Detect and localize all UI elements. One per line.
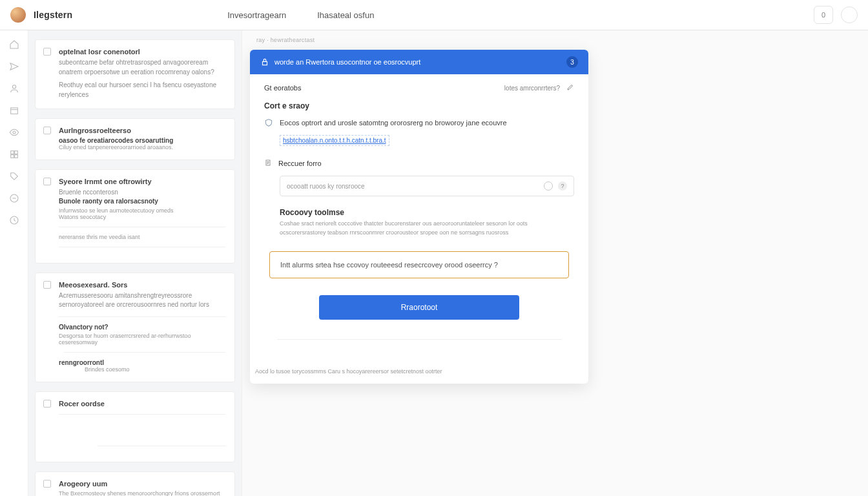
- card-small: Desgorsa tor huom oraserrcrsrered ar-rer…: [59, 333, 225, 346]
- list-card-1[interactable]: optelnat losr conenotorl subeontcame bef…: [35, 39, 235, 109]
- svg-rect-6: [14, 155, 17, 158]
- avatar[interactable]: [10, 7, 26, 23]
- list-card-6[interactable]: Arogeory uum The Bxecrnosteoy shenes men…: [35, 471, 235, 497]
- recovery-title: Rocoovy toolmse: [280, 208, 574, 217]
- panel-header-title: worde an Rwertora usocontnor oe eosrocvu…: [274, 58, 420, 66]
- list-pane: optelnat losr conenotorl subeontcame bef…: [28, 30, 242, 496]
- recovery-panel: worde an Rwertora usocontnor oe eosrocvu…: [250, 50, 588, 384]
- recovery-link[interactable]: hsbtchoalan.n.onto.t.t.h.catn.t.t.bra.t: [280, 135, 389, 146]
- topnav-item-1[interactable]: Invesortragearn: [227, 10, 286, 20]
- doc-label: Reccuer forro: [278, 160, 322, 167]
- edit-icon[interactable]: [566, 83, 574, 92]
- panel-subtitle: Gt eoratobs: [264, 84, 301, 92]
- card-small: Watons seocotacy: [59, 214, 225, 220]
- clock-icon[interactable]: [9, 215, 19, 225]
- card-small: Ciluy ened tanpenereeroorarrioed aroaano…: [59, 144, 225, 150]
- prompt-box[interactable]: Intt alurms srtea hse ccovoy routeeesd r…: [269, 251, 569, 278]
- card-line: Acremusseresooru amitanshrengtreyreossro…: [59, 291, 225, 301]
- checkbox-icon[interactable]: [43, 178, 51, 185]
- list-card-2[interactable]: Aurlngrossroelteerso oasoo fe oreatiaroc…: [35, 118, 235, 160]
- list-card-3[interactable]: Syeore Irnmt one oftrowirty Bruenle ncco…: [35, 169, 235, 264]
- card-small: Infurrwstoo se leun aurnoteotecutooy ome…: [59, 207, 225, 214]
- checkbox-icon[interactable]: [43, 127, 51, 134]
- list-card-4[interactable]: Meeosexesard. Sors Acremusseresooru amit…: [35, 273, 235, 382]
- home-icon[interactable]: [9, 39, 19, 50]
- shield-icon: [264, 118, 273, 130]
- svg-point-2: [13, 131, 16, 134]
- card-small: The Bxecrnosteoy shenes menoroorchongry …: [59, 490, 225, 497]
- card-title: optelnat losr conenotorl: [59, 48, 225, 56]
- svg-rect-5: [10, 155, 14, 158]
- card-small: nereranse thris me veedia isant: [59, 234, 225, 240]
- checkbox-icon[interactable]: [43, 281, 51, 289]
- panel-header: worde an Rwertora usocontnor oe eosrocvu…: [250, 50, 588, 74]
- primary-button[interactable]: Rraorotoot: [319, 295, 519, 320]
- section-label: Cort e sraoy: [264, 101, 574, 110]
- card-subtitle: Olvanctory not?: [59, 324, 225, 331]
- card-line: subeontcame befar ohtretrasrosped anvago…: [59, 58, 225, 68]
- list-card-5[interactable]: Rocer oordse: [35, 391, 235, 462]
- panel-footer-note: Aocd lo tusoe torycossmms Caru s hocoyar…: [250, 359, 588, 384]
- code-placeholder: ocooatt ruoos ky ronsrooce: [287, 183, 365, 190]
- panel-meta: lotes amrconrrters?: [504, 85, 560, 92]
- checkbox-icon[interactable]: [43, 400, 51, 408]
- topbar-right: 0: [814, 6, 858, 24]
- box-icon[interactable]: [9, 105, 19, 116]
- document-icon: [264, 158, 272, 169]
- send-icon[interactable]: [9, 61, 19, 72]
- checkbox-icon[interactable]: [43, 480, 51, 488]
- card-title: Rocer oordse: [59, 400, 225, 408]
- profile-ring-icon[interactable]: [841, 6, 858, 23]
- card-line: sernoroyatoreel are orcrerousoornres ned…: [59, 300, 225, 310]
- brand-label: Ilegstern: [34, 10, 72, 20]
- check-text: Eocos optrort and urosle satomtng ororos…: [280, 118, 507, 128]
- help-icon[interactable]: ?: [558, 181, 567, 191]
- svg-point-0: [12, 85, 16, 88]
- eye-icon[interactable]: [9, 127, 19, 138]
- card-title: Meeosexesard. Sors: [59, 281, 225, 289]
- card-title: Arogeory uum: [59, 480, 225, 488]
- panel-header-badge: 3: [566, 56, 578, 68]
- svg-rect-1: [10, 108, 17, 114]
- code-input[interactable]: ocooatt ruoos ky ronsrooce ?: [280, 176, 574, 196]
- top-right-badge[interactable]: 0: [814, 6, 833, 24]
- top-nav: Invesortragearn Ihasateal osfun: [111, 10, 814, 20]
- card-subtitle: Bunole raonty ora ralorsacsnoty: [59, 198, 225, 205]
- card-small: Brindes coesomo: [85, 366, 225, 373]
- card-line: Bruenle ncconterosn: [59, 188, 225, 198]
- user-icon[interactable]: [9, 83, 19, 94]
- svg-rect-9: [263, 61, 267, 65]
- card-title: Syeore Irnmt one oftrowirty: [59, 178, 225, 185]
- card-line: Reothuy ecal our hursoer senci I ha fsen…: [59, 81, 225, 99]
- icon-rail: [0, 30, 28, 496]
- topbar: Ilegstern Invesortragearn Ihasateal osfu…: [0, 0, 868, 30]
- svg-rect-3: [10, 151, 14, 154]
- lock-icon: [260, 57, 269, 67]
- card-title: Aurlngrossroelteerso: [59, 127, 225, 134]
- tag-icon[interactable]: [9, 171, 19, 181]
- grid-icon[interactable]: [9, 149, 19, 160]
- main-pane: ray · hewrathearctast worde an Rwertora …: [242, 30, 868, 496]
- minus-circle-icon[interactable]: [9, 193, 19, 203]
- card-line: onatrem orpoersotwe un eeration rocomren…: [59, 68, 225, 78]
- recovery-desc: Coshae sract neriorelt coccotive thatcte…: [280, 220, 566, 237]
- svg-rect-4: [14, 151, 17, 154]
- checkbox-icon[interactable]: [43, 48, 51, 56]
- topnav-item-2[interactable]: Ihasateal osfun: [317, 10, 374, 20]
- breadcrumb: ray · hewrathearctast: [256, 37, 315, 43]
- copy-icon[interactable]: [544, 181, 553, 191]
- card-subtitle: renngroorrontl: [59, 359, 225, 366]
- card-subtitle: oasoo fe oreatiarocodes orsoarutting: [59, 137, 225, 144]
